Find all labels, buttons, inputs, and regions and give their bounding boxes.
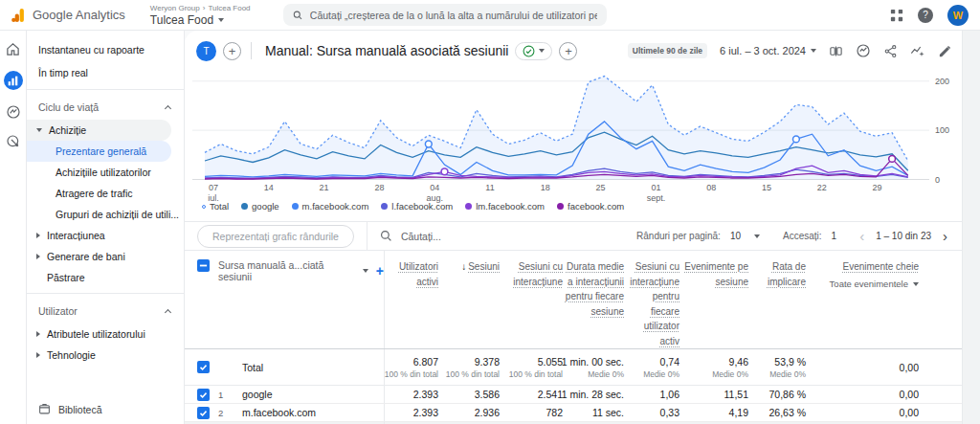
add-dimension-icon[interactable]: + [376,263,384,279]
plot-rows-button[interactable]: Reprezentați grafic rândurile [197,225,354,248]
search-placeholder: Căutați „creșterea de la o lună la alta … [310,10,597,21]
search-icon [380,230,392,242]
brand-title: Google Analytics [33,8,125,22]
chevron-down-icon [539,49,545,53]
metric-cell: 26,63 % [768,407,806,418]
check-circle-icon [523,45,535,57]
insights-icon[interactable] [856,43,871,58]
metric-cell: 1 min. 28 sec. [562,389,624,400]
x-axis-tick: 18 [541,183,550,193]
sidebar-item-instantaneu-cu-rapoarte[interactable]: Instantaneu cu rapoarte [27,38,184,61]
table-row-m-facebook-com: 2m.facebook.com2.3932.93678211 sec.0,334… [185,404,962,422]
global-search-input[interactable]: Căutați „creșterea de la o lună la alta … [283,4,607,26]
sidebar-item-prezentare-general[interactable]: Prezentare generală [27,141,171,162]
sidebar-item-grupuri-de-achizi-ii-de-utili[interactable]: Grupuri de achiziții de utili... [27,204,184,225]
sidebar-item-tehnologie[interactable]: Tehnologie [27,345,184,366]
data-point-marker [793,136,800,143]
brand[interactable]: Google Analytics [10,7,125,24]
avatar[interactable]: W [947,5,969,26]
column-header-durata-medie-a-interac-iunii-pentru-fiecare-sesiune[interactable]: Durata medie a interacțiunii pentru fiec… [563,251,624,319]
metric-cell: 11,51 [724,389,749,400]
arrow-right-icon [36,331,40,337]
apps-grid-icon[interactable] [890,9,903,22]
sidebar-item-atragere-de-trafic[interactable]: Atragere de trafic [27,183,184,204]
edit-icon[interactable] [938,44,952,58]
reports-icon[interactable] [4,71,23,90]
advertising-icon[interactable] [6,134,21,149]
timeseries-chart: 2001000 07iul.14212804aug.11182501sept.0… [192,71,962,216]
row-checkbox[interactable] [197,389,210,401]
legend-dot [465,203,472,210]
x-axis-tick: 22 [817,183,827,193]
google-analytics-app: Google Analytics Weryon Group›Tulcea Foo… [0,0,980,424]
pagination-range: 1 – 10 din 23 [876,231,931,241]
legend-item-lm-facebook-com: lm.facebook.com [465,201,545,212]
row-dimension-value: m.facebook.com [242,407,316,418]
legend-dot [292,203,299,210]
chevron-down-icon [363,269,368,273]
column-header-sesiuni-cu-interac-iune-pentru-fiecare-utilizator-activ[interactable]: Sesiuni cu interacțiune pentru fiecare u… [624,251,679,348]
table-row-google: 1google2.3933.5862.5411 min. 28 sec.1,06… [185,386,962,404]
dimension-header[interactable]: Sursa manuală a...ciată sesiunii + [218,259,384,282]
table-search-input[interactable]: Căutați... [380,230,441,242]
compare-icon[interactable] [829,44,843,58]
report-tab[interactable]: T [196,41,216,61]
share-icon[interactable] [883,44,898,58]
analytics-intelligence-icon[interactable] [910,43,925,58]
goto-page-input[interactable]: 1 [832,231,837,241]
column-header-sesiuni[interactable]: ↓ Sesiuni [461,251,500,275]
sort-descending-icon: ↓ [461,259,466,275]
sidebar-item-atributele-utilizatorului[interactable]: Atributele utilizatorului [27,324,184,345]
column-header-sesiuni-cu-interac-iune[interactable]: Sesiuni cu interacțiune [500,251,563,289]
date-range-picker[interactable]: 6 iul. – 3 oct. 2024 [720,45,816,56]
sidebar-section-utilizator[interactable]: Utilizator [27,299,184,324]
sidebar-item-p-strare[interactable]: Păstrare [27,267,184,288]
metric-cell: 2.541 [538,389,563,400]
total-row-checkbox[interactable] [197,361,210,373]
x-axis-tick: 11 [485,183,494,193]
sidebar-item-n-timp-real[interactable]: În timp real [27,61,184,84]
column-header-rata-de-implicare[interactable]: Rata de implicare [748,251,806,289]
google-analytics-logo [10,7,26,24]
explore-icon[interactable] [6,104,21,120]
next-page-icon[interactable]: › [941,229,949,243]
metric-cell: 3.586 [475,389,500,400]
search-icon [293,10,302,21]
date-range-chip: Ultimele 90 de zile [628,43,707,58]
topbar: Google Analytics Weryon Group›Tulcea Foo… [0,0,980,31]
sidebar-item-interac-iunea[interactable]: Interacțiunea [27,225,184,246]
sidebar-item-library[interactable]: Bibliotecă [38,403,102,415]
column-header-evenimente-cheie[interactable]: Evenimente cheieToate evenimentele [830,251,919,291]
metric-cell: 70,86 % [768,389,806,400]
metric-cell: 0,33 [660,407,679,418]
metric-cell: 2.393 [413,389,438,400]
prev-page-icon[interactable]: ‹ [858,229,866,243]
select-all-checkbox[interactable] [197,259,210,272]
goto-page-label: Accesați: [783,231,822,241]
report-status-badge[interactable] [515,42,552,60]
x-axis-tick: 08 [706,183,716,193]
column-header-evenimente-pe-sesiune[interactable]: Evenimente pe sesiune [679,251,748,289]
nav-rail [0,31,27,424]
rows-per-page-select[interactable]: 10 [730,231,760,241]
row-checkbox[interactable] [197,407,210,419]
sidebar-item-generare-de-bani[interactable]: Generare de bani [27,246,184,267]
y-axis-tick: 0 [935,175,940,185]
events-filter-select[interactable]: Toate evenimentele [830,278,919,292]
add-comparison-button[interactable]: + [559,42,577,60]
account-switcher[interactable]: Weryon Group›Tulcea Food Tulcea Food [150,4,251,27]
chart-y-axis: 2001000 [935,71,962,180]
sidebar-section-ciclu-de-via[interactable]: Ciclu de viață [27,95,184,120]
column-header-utilizatori-activi[interactable]: Utilizatori activi [385,251,438,289]
row-index: 2 [218,408,234,418]
home-icon[interactable] [6,42,20,56]
add-report-tab-button[interactable]: + [223,42,241,60]
sidebar-item-achizi-iile-utilizatorilor[interactable]: Achizițiile utilizatorilor [27,162,184,183]
sidebar-item-achizi-ie[interactable]: Achiziție [27,120,171,141]
chevron-down-icon [811,49,816,53]
help-icon[interactable]: ? [918,8,933,23]
metric-cell: 1,06 [660,389,679,400]
data-point-marker [889,156,896,163]
legend-item-google: google [241,201,279,212]
legend-dot [241,203,248,210]
